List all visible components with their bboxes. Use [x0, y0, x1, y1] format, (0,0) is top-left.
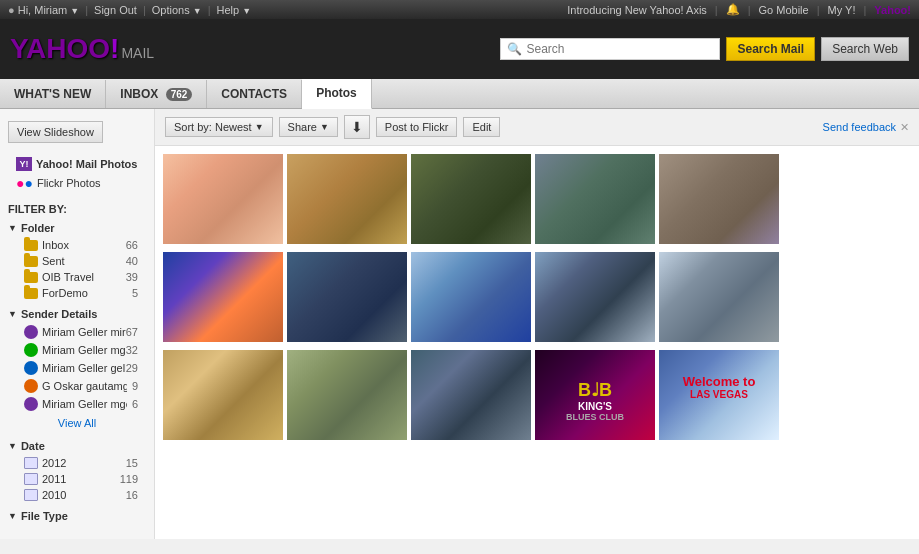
send-feedback[interactable]: Send feedback ✕: [823, 121, 909, 134]
sender-avatar-1: [24, 343, 38, 357]
inbox-badge: 762: [166, 88, 193, 101]
photo-alpine-village[interactable]: [287, 350, 407, 440]
photo-mountain-lake2[interactable]: [411, 350, 531, 440]
sender-4[interactable]: Miriam Geller mgell... 6: [8, 395, 146, 413]
photo-calm-lake[interactable]: [659, 252, 779, 342]
tab-whats-new[interactable]: WHAT'S NEW: [0, 80, 106, 108]
yahoo-logo: YAHOO! MAIL: [10, 33, 154, 65]
yahoo-mail-icon: Y!: [16, 157, 32, 171]
intro-text: Introducing New Yahoo! Axis: [567, 4, 707, 16]
post-to-flickr-button[interactable]: Post to Flickr: [376, 117, 458, 137]
sidebar-item-flickr-photos[interactable]: ●● Flickr Photos: [8, 173, 146, 193]
photo-blue-lake[interactable]: [411, 252, 531, 342]
folder-icon: [24, 288, 38, 299]
edit-button[interactable]: Edit: [463, 117, 500, 137]
sender-3[interactable]: G Oskar gautamgd... 9: [8, 377, 146, 395]
calendar-icon-2011: [24, 473, 38, 485]
sort-chevron-icon: ▼: [255, 122, 264, 132]
sort-button[interactable]: Sort by: Newest ▼: [165, 117, 273, 137]
help-link[interactable]: Help ▼: [217, 4, 252, 16]
date-2011[interactable]: 2011 119: [8, 471, 146, 487]
sidebar-sources: Y! Yahoo! Mail Photos ●● Flickr Photos: [0, 151, 154, 197]
photo-sunset-lake[interactable]: [163, 252, 283, 342]
search-mail-button[interactable]: Search Mail: [726, 37, 815, 61]
sender-1[interactable]: Miriam Geller mgell... 32: [8, 341, 146, 359]
close-feedback-icon[interactable]: ✕: [900, 121, 909, 134]
view-slideshow-button[interactable]: View Slideshow: [8, 121, 103, 143]
sidebar-item-yahoo-mail-photos[interactable]: Y! Yahoo! Mail Photos: [8, 155, 146, 173]
user-greeting: ● Hi, Miriam ▼: [8, 4, 79, 16]
photo-mountain-view[interactable]: [535, 252, 655, 342]
download-icon: ⬇: [351, 119, 363, 135]
photo-row-2: B♩B KING'S BLUES CLUB Welcome to LAS VEG…: [163, 350, 779, 440]
folder-icon: [24, 240, 38, 251]
share-chevron-icon: ▼: [320, 122, 329, 132]
main-layout: View Slideshow Y! Yahoo! Mail Photos ●● …: [0, 109, 919, 539]
tab-contacts[interactable]: CONTACTS: [207, 80, 302, 108]
photo-row-1: [163, 252, 779, 342]
sender-avatar-0: [24, 325, 38, 339]
folder-oib-travel[interactable]: OIB Travel 39: [8, 269, 146, 285]
file-type-filter-group[interactable]: File Type: [8, 507, 146, 525]
filter-by-title: FILTER BY:: [8, 203, 146, 215]
sender-filter-group[interactable]: Sender Details: [8, 305, 146, 323]
tab-photos[interactable]: Photos: [302, 79, 372, 109]
calendar-icon-2010: [24, 489, 38, 501]
photo-grid: B♩B KING'S BLUES CLUB Welcome to LAS VEG…: [155, 146, 919, 452]
search-icon: 🔍: [507, 42, 522, 56]
sender-avatar-3: [24, 379, 38, 393]
photo-euro-town[interactable]: [659, 154, 779, 244]
search-input-wrap: 🔍: [500, 38, 720, 60]
date-2012[interactable]: 2012 15: [8, 455, 146, 471]
calendar-icon-2012: [24, 457, 38, 469]
sender-avatar-2: [24, 361, 38, 375]
photo-las-vegas[interactable]: Welcome to LAS VEGAS: [659, 350, 779, 440]
content-area: Sort by: Newest ▼ Share ▼ ⬇ Post to Flic…: [155, 109, 919, 539]
photo-babies[interactable]: [163, 154, 283, 244]
yahoo-logo-text: YAHOO!: [10, 33, 119, 65]
folder-inbox[interactable]: Inbox 66: [8, 237, 146, 253]
photo-mountain[interactable]: [287, 252, 407, 342]
share-button[interactable]: Share ▼: [279, 117, 338, 137]
top-bar-right: Introducing New Yahoo! Axis | 🔔 | Go Mob…: [567, 3, 911, 16]
header-search: 🔍 Search Mail Search Web: [500, 37, 909, 61]
search-web-button[interactable]: Search Web: [821, 37, 909, 61]
yahoo-home-link[interactable]: Yahoo!: [874, 4, 911, 16]
sender-avatar-4: [24, 397, 38, 411]
photo-lion-dog[interactable]: [287, 154, 407, 244]
top-bar-left: ● Hi, Miriam ▼ | Sign Out | Options ▼ | …: [8, 4, 251, 16]
content-toolbar: Sort by: Newest ▼ Share ▼ ⬇ Post to Flic…: [155, 109, 919, 146]
sender-2[interactable]: Miriam Geller geller... 29: [8, 359, 146, 377]
folder-fordemo[interactable]: ForDemo 5: [8, 285, 146, 301]
photo-cake[interactable]: [163, 350, 283, 440]
folder-filter-group[interactable]: Folder: [8, 219, 146, 237]
go-mobile-link[interactable]: Go Mobile: [759, 4, 809, 16]
photo-blues-club[interactable]: B♩B KING'S BLUES CLUB: [535, 350, 655, 440]
nav-tabs: WHAT'S NEW INBOX 762 CONTACTS Photos: [0, 79, 919, 109]
flickr-icon: ●: [16, 175, 24, 191]
sidebar: View Slideshow Y! Yahoo! Mail Photos ●● …: [0, 109, 155, 539]
folder-icon: [24, 256, 38, 267]
date-2010[interactable]: 2010 16: [8, 487, 146, 503]
tab-inbox[interactable]: INBOX 762: [106, 80, 207, 108]
search-input[interactable]: [526, 42, 713, 56]
bell-icon[interactable]: 🔔: [726, 3, 740, 16]
options-link[interactable]: Options ▼: [152, 4, 202, 16]
sender-0[interactable]: Miriam Geller miria... 67: [8, 323, 146, 341]
download-button[interactable]: ⬇: [344, 115, 370, 139]
top-bar: ● Hi, Miriam ▼ | Sign Out | Options ▼ | …: [0, 0, 919, 19]
photo-row-0: [163, 154, 779, 244]
folder-sent[interactable]: Sent 40: [8, 253, 146, 269]
filter-section: FILTER BY: Folder Inbox 66 Sent 40 OIB T…: [0, 197, 154, 531]
sign-out-link[interactable]: Sign Out: [94, 4, 137, 16]
header: YAHOO! MAIL 🔍 Search Mail Search Web: [0, 19, 919, 79]
my-yi-link[interactable]: My Y!: [828, 4, 856, 16]
photo-river-rocks[interactable]: [535, 154, 655, 244]
folder-icon: [24, 272, 38, 283]
date-filter-group[interactable]: Date: [8, 437, 146, 455]
view-all-link[interactable]: View All: [8, 413, 146, 433]
yahoo-logo-mail-text: MAIL: [121, 45, 154, 61]
photo-pagoda[interactable]: [411, 154, 531, 244]
